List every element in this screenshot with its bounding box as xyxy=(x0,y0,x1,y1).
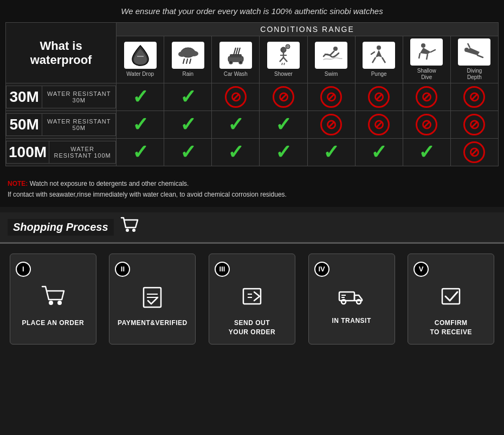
note-line1: Watch not exposure to detergents and oth… xyxy=(28,180,189,187)
step-confirm-receive: V COMFIRMTO RECEIVE xyxy=(408,254,494,345)
svg-point-35 xyxy=(132,229,135,232)
step-1-icon xyxy=(40,284,66,313)
col-shallow-dive: ShallowDive xyxy=(403,36,450,83)
50m-rain: ✓ xyxy=(164,111,212,139)
water-drop-label: Water Drop xyxy=(119,71,161,77)
svg-line-31 xyxy=(427,54,428,60)
50m-shower: ✓ xyxy=(260,111,307,139)
svg-point-34 xyxy=(126,229,129,232)
step-payment: II PAYMENT&VERIFIED xyxy=(109,254,196,345)
svg-point-3 xyxy=(190,51,198,56)
svg-point-2 xyxy=(178,51,186,57)
100m-shallow-dive: ✓ xyxy=(403,139,450,166)
what-is-waterproof-header: What is waterproof xyxy=(6,23,117,83)
50m-car-wash: ✓ xyxy=(212,111,260,139)
30m-rain: ✓ xyxy=(164,83,212,111)
note-line2: If contact with seawater,rinse immediate… xyxy=(8,191,287,198)
shopping-title: Shopping Process xyxy=(8,219,114,236)
step-4-label: IN TRANSIT xyxy=(332,316,371,326)
svg-rect-41 xyxy=(243,289,261,304)
col-water-drop: Water Drop xyxy=(117,36,164,83)
100m-diving-depth: ⊘ xyxy=(450,139,498,166)
30m-car-wash: ⊘ xyxy=(212,83,260,111)
step-5-icon xyxy=(439,284,463,313)
step-4-number: IV xyxy=(314,262,329,277)
step-5-label: COMFIRMTO RECEIVE xyxy=(430,319,471,337)
step-in-transit: IV IN TRANSIT xyxy=(308,254,395,345)
30m-water-drop: ✓ xyxy=(117,83,164,111)
col-diving-depth: DivingDepth xyxy=(450,36,498,83)
shower-icon xyxy=(267,42,300,69)
svg-point-9 xyxy=(229,61,232,64)
svg-line-24 xyxy=(330,51,334,55)
desc-30m: WATER RESISTANT 30M xyxy=(42,86,116,108)
svg-point-14 xyxy=(281,47,286,53)
svg-line-6 xyxy=(190,59,191,63)
row-100m: 100M WATER RESISTANT 100M ✓ ✓ ✓ ✓ ✓ ✓ ✓ … xyxy=(6,139,499,166)
shower-label: Shower xyxy=(262,71,305,77)
100m-rain: ✓ xyxy=(164,139,212,166)
desc-100m: WATER RESISTANT 100M xyxy=(49,141,116,164)
punge-label: Punge xyxy=(358,71,400,77)
svg-point-45 xyxy=(341,300,346,304)
100m-shower: ✓ xyxy=(260,139,307,166)
shallow-dive-icon xyxy=(410,38,443,66)
50m-shallow-dive: ⊘ xyxy=(403,111,450,139)
svg-point-36 xyxy=(49,301,53,305)
shopping-header: Shopping Process xyxy=(0,212,504,244)
30m-diving-depth: ⊘ xyxy=(450,83,498,111)
svg-line-22 xyxy=(284,63,285,65)
conditions-range-header: CONDITIONS RANGE xyxy=(117,23,499,36)
depth-50m: 50M xyxy=(7,114,42,136)
50m-water-drop: ✓ xyxy=(117,111,164,139)
step-1-label: PLACE AN ORDER xyxy=(22,319,85,328)
depth-100m: 100M xyxy=(7,141,49,164)
step-3-label: SEND OUTYOUR ORDER xyxy=(229,319,275,337)
svg-line-27 xyxy=(372,57,376,63)
step-2-number: II xyxy=(115,262,130,277)
svg-point-10 xyxy=(239,61,242,64)
step-4-icon xyxy=(338,284,365,311)
shopping-steps: I PLACE AN ORDER II PAYMENT&VERIFIED III xyxy=(0,244,504,355)
water-drop-icon xyxy=(124,42,157,69)
col-rain: Rain xyxy=(164,36,212,83)
punge-icon xyxy=(363,42,395,69)
car-wash-icon xyxy=(219,42,252,69)
svg-point-29 xyxy=(421,43,425,48)
shallow-dive-label: ShallowDive xyxy=(405,68,448,81)
rain-label: Rain xyxy=(166,71,209,77)
col-swim: Swim xyxy=(307,36,355,83)
svg-line-11 xyxy=(234,48,236,55)
car-wash-label: Car Wash xyxy=(214,71,257,77)
note-label: NOTE: xyxy=(8,180,28,187)
svg-line-28 xyxy=(382,57,385,63)
svg-line-13 xyxy=(238,48,240,55)
note-section: NOTE: Watch not exposure to detergents a… xyxy=(0,172,504,207)
step-2-label: PAYMENT&VERIFIED xyxy=(118,319,188,328)
svg-point-37 xyxy=(57,301,62,305)
50m-punge: ⊘ xyxy=(355,111,403,139)
svg-point-26 xyxy=(377,46,381,50)
diving-depth-icon xyxy=(458,38,490,66)
50m-diving-depth: ⊘ xyxy=(450,111,498,139)
step-5-number: V xyxy=(413,262,429,277)
header-banner: We ensure that your order every watch is… xyxy=(0,0,504,22)
svg-line-16 xyxy=(280,57,283,62)
step-2-icon xyxy=(140,284,164,313)
30m-shower: ⊘ xyxy=(260,83,307,111)
100m-car-wash: ✓ xyxy=(212,139,260,166)
svg-line-33 xyxy=(468,43,470,48)
col-car-wash: Car Wash xyxy=(212,36,260,83)
swim-label: Swim xyxy=(310,71,353,77)
step-3-icon xyxy=(240,284,264,313)
svg-line-5 xyxy=(186,59,188,63)
30m-punge: ⊘ xyxy=(355,83,403,111)
rain-icon xyxy=(172,42,204,69)
100m-water-drop: ✓ xyxy=(117,139,164,166)
svg-line-4 xyxy=(183,59,184,63)
step-3-number: III xyxy=(215,262,230,277)
swim-icon xyxy=(315,42,347,69)
diving-depth-label: DivingDepth xyxy=(453,68,496,81)
svg-line-21 xyxy=(282,63,282,65)
svg-point-23 xyxy=(333,47,338,51)
